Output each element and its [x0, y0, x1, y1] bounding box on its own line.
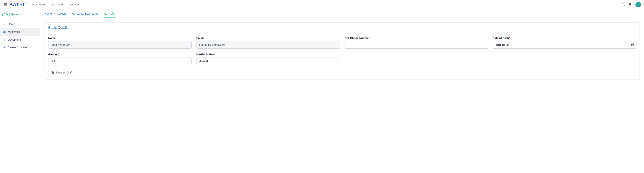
nav-platform[interactable]: PLATFORM: [32, 3, 46, 6]
name-field[interactable]: [48, 41, 192, 49]
gender-select[interactable]: Male: [48, 57, 192, 65]
chevron-right-icon: [53, 12, 55, 15]
basic-details-card: Basic Details Name Email: [44, 22, 640, 79]
sidebar-item-label: Documents: [8, 38, 22, 41]
save-icon: [51, 71, 54, 74]
bell-icon[interactable]: [628, 2, 632, 6]
chevron-up-icon: [633, 26, 636, 29]
home-icon: [3, 23, 6, 25]
sidebar-item-home[interactable]: Home: [0, 20, 40, 28]
email-label: Email: [196, 36, 340, 40]
sidebar-item-label: My Profile: [8, 30, 20, 33]
nav-support[interactable]: SUPPORT: [52, 3, 65, 6]
save-draft-button[interactable]: Save as Draft: [48, 69, 75, 76]
menu-icon[interactable]: [3, 2, 8, 7]
registered-mark-icon: ®: [25, 2, 26, 4]
svg-point-3: [622, 3, 624, 5]
main: Home Careers My Career Dashboard My Prof…: [40, 9, 644, 173]
svg-rect-6: [4, 39, 5, 41]
dob-field[interactable]: [493, 41, 636, 49]
svg-line-4: [624, 5, 624, 5]
gender-label: Gender*: [48, 53, 192, 56]
marital-select[interactable]: Married: [196, 57, 340, 65]
phone-field[interactable]: [344, 41, 488, 49]
briefcase-icon: [3, 30, 6, 33]
topbar: BAT I ® PLATFORM SUPPORT ABOUT: [0, 0, 644, 9]
email-field[interactable]: [196, 41, 340, 49]
dob-label: Date of Birth*: [493, 36, 636, 40]
pencil-square-icon: [3, 46, 6, 49]
name-label: Name: [48, 36, 192, 40]
sidebar-item-my-profile[interactable]: My Profile: [0, 28, 40, 36]
leaf-icon: [20, 3, 23, 6]
breadcrumb-current: My Profile: [104, 12, 116, 15]
sidebar-item-label: Career Activities: [8, 46, 28, 49]
card-title: Basic Details: [48, 26, 68, 30]
marital-label: Marital Status*: [196, 53, 340, 56]
sidebar-item-career-activities[interactable]: Career Activities: [0, 43, 40, 51]
chevron-right-icon: [68, 12, 70, 15]
document-check-icon: [3, 38, 6, 41]
chevron-right-icon: [100, 12, 102, 15]
sidebar-title: CAREER: [0, 12, 40, 20]
breadcrumb-home[interactable]: Home: [44, 12, 52, 15]
sidebar-item-documents[interactable]: Documents: [0, 36, 40, 43]
svg-rect-5: [4, 31, 6, 33]
breadcrumb-dashboard[interactable]: My Career Dashboard: [72, 12, 98, 15]
phone-label: Cell Phone Number: [344, 36, 488, 40]
breadcrumb-careers[interactable]: Careers: [57, 12, 66, 15]
sidebar-item-label: Home: [8, 22, 15, 26]
avatar[interactable]: [636, 2, 641, 7]
top-nav: PLATFORM SUPPORT ABOUT: [32, 3, 80, 6]
search-icon[interactable]: [622, 2, 625, 6]
card-header-toggle[interactable]: Basic Details: [45, 22, 640, 33]
brand-logo[interactable]: BAT I ®: [9, 2, 26, 7]
nav-about[interactable]: ABOUT: [70, 3, 80, 6]
breadcrumb: Home Careers My Career Dashboard My Prof…: [40, 9, 644, 18]
sidebar: CAREER Home My Profile Documents Career …: [0, 9, 40, 173]
